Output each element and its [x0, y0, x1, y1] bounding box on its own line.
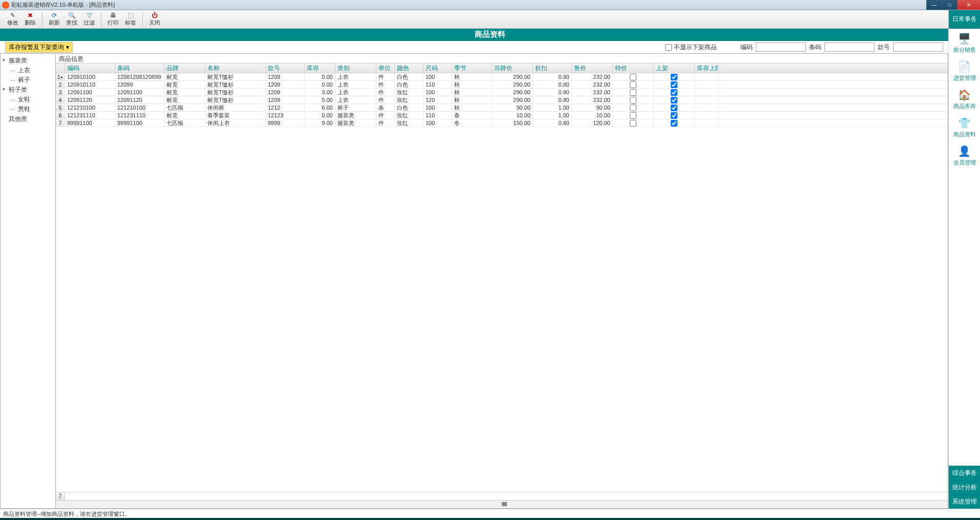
special-checkbox[interactable]	[630, 105, 636, 111]
cell-category[interactable]: 上衣	[335, 89, 376, 96]
hide-offshelf-checkbox[interactable]: 不显示下架商品	[665, 43, 717, 52]
onshelf-checkbox[interactable]	[671, 97, 677, 103]
tree-node-women-shoes[interactable]: 女鞋	[2, 95, 54, 105]
cell-code[interactable]: 120910110	[65, 81, 115, 88]
header-style[interactable]: 款号	[266, 64, 305, 73]
cell-code[interactable]: 120910100	[65, 73, 115, 80]
cell-color[interactable]: 玫红	[395, 96, 423, 103]
cell-unit[interactable]: 件	[376, 96, 395, 103]
header-tagprice[interactable]: 吊牌价	[492, 64, 533, 73]
cell-brand[interactable]: 耐克	[164, 96, 205, 103]
minimize-button[interactable]: —	[926, 0, 942, 10]
sidebar-item-pos[interactable]: 🖥️ 前台销售	[949, 29, 980, 57]
refresh-button[interactable]: ⟳刷新	[46, 12, 63, 27]
cell-onshelf[interactable]	[654, 89, 695, 96]
cell-name[interactable]: 耐克T恤衫	[205, 81, 266, 88]
grid-body[interactable]: 112091010012081208120899耐克耐克T恤衫12090.00上…	[56, 73, 948, 492]
cell-code[interactable]: 121231110	[65, 112, 115, 119]
cell-season[interactable]: 秋	[452, 104, 492, 111]
cell-onshelf[interactable]	[654, 81, 695, 88]
header-color[interactable]: 颜色	[395, 64, 423, 73]
cell-category[interactable]: 裤子	[335, 104, 376, 111]
header-special[interactable]: 特价	[613, 64, 654, 73]
cell-unit[interactable]: 件	[376, 112, 395, 119]
sidebar-item-product[interactable]: 👕 商品资料	[949, 113, 980, 141]
cell-brand[interactable]: 耐克	[164, 112, 205, 119]
cell-barcode[interactable]: 12099	[115, 81, 164, 88]
header-unit[interactable]: 单位	[376, 64, 395, 73]
filter-button[interactable]: ▽过滤	[80, 12, 98, 27]
table-row[interactable]: 112091010012081208120899耐克耐克T恤衫12090.00上…	[56, 73, 948, 81]
label-button[interactable]: ⬚标签	[122, 12, 139, 27]
header-price[interactable]: 售价	[572, 64, 613, 73]
sidebar-btn-integrated[interactable]: 综合事务	[949, 466, 980, 480]
cell-tagprice[interactable]: 150.00	[492, 119, 533, 127]
table-row[interactable]: 79999110099991100七匹狼休闲上衣99999.00服装类件玫红10…	[56, 119, 948, 127]
cell-category[interactable]: 服装类	[335, 119, 376, 127]
cell-barcode[interactable]: 12081208120899	[115, 73, 164, 80]
onshelf-checkbox[interactable]	[671, 89, 677, 96]
special-checkbox[interactable]	[630, 112, 636, 119]
header-onshelf[interactable]: 上架	[654, 64, 695, 73]
header-size[interactable]: 尺码	[423, 64, 452, 73]
cell-name[interactable]: 休闲上衣	[205, 119, 266, 127]
cell-price[interactable]: 232.00	[572, 73, 613, 80]
cell-special[interactable]	[613, 89, 654, 96]
cell-barcode[interactable]: 99991100	[115, 119, 164, 127]
special-checkbox[interactable]	[630, 74, 636, 80]
cell-stock[interactable]: 5.00	[305, 96, 335, 103]
cell-special[interactable]	[613, 96, 654, 103]
cell-onshelf[interactable]	[654, 104, 695, 111]
header-brand[interactable]: 品牌	[164, 64, 205, 73]
cell-tagprice[interactable]: 290.00	[492, 81, 533, 88]
special-checkbox[interactable]	[630, 97, 636, 103]
sidebar-btn-system[interactable]: 系统管理	[949, 494, 980, 509]
cell-name[interactable]: 春季套装	[205, 112, 266, 119]
tree-node-clothing[interactable]: 服装类	[2, 56, 54, 66]
cell-stockup[interactable]	[695, 73, 718, 80]
cell-price[interactable]: 10.00	[572, 112, 613, 119]
close-window-button[interactable]: ✕	[957, 0, 980, 10]
special-checkbox[interactable]	[630, 120, 636, 127]
cell-unit[interactable]: 件	[376, 73, 395, 80]
header-code[interactable]: 编码	[65, 64, 115, 73]
tree-node-other[interactable]: 其他类	[2, 114, 54, 124]
cell-color[interactable]: 玫红	[395, 119, 423, 127]
sidebar-item-member[interactable]: 👤 会员管理	[949, 141, 980, 170]
cell-stock[interactable]: 9.00	[305, 119, 335, 127]
sidebar-header-daily[interactable]: 日常事务	[949, 10, 980, 29]
cell-color[interactable]: 玫红	[395, 89, 423, 96]
table-row[interactable]: 6121231110121231110耐克春季套装121230.00服装类件玫红…	[56, 112, 948, 119]
cell-barcode[interactable]: 121231110	[115, 112, 164, 119]
cell-onshelf[interactable]	[654, 73, 695, 80]
cell-code[interactable]: 12091100	[65, 89, 115, 96]
cell-season[interactable]: 秋	[452, 81, 492, 88]
cell-style[interactable]: 1209	[266, 73, 305, 80]
table-row[interactable]: 41209112012091120耐克耐克T恤衫12095.00上衣件玫红120…	[56, 96, 948, 104]
cell-name[interactable]: 休闲裤	[205, 104, 266, 111]
print-button[interactable]: 🖶打印	[104, 12, 122, 27]
cell-unit[interactable]: 条	[376, 104, 395, 111]
cell-onshelf[interactable]	[654, 96, 695, 103]
cell-style[interactable]: 1212	[266, 104, 305, 111]
header-stockup[interactable]: 库存上限	[695, 64, 718, 73]
cell-brand[interactable]: 耐克	[164, 73, 205, 80]
header-barcode[interactable]: 条码	[115, 64, 164, 73]
cell-price[interactable]: 232.00	[572, 89, 613, 96]
onshelf-checkbox[interactable]	[671, 112, 677, 119]
cell-size[interactable]: 110	[423, 81, 452, 88]
cell-stock[interactable]: 0.00	[305, 73, 335, 80]
special-checkbox[interactable]	[630, 81, 636, 88]
cell-category[interactable]: 上衣	[335, 96, 376, 103]
barcode-filter-input[interactable]	[824, 43, 875, 52]
cell-price[interactable]: 120.00	[572, 119, 613, 127]
delete-button[interactable]: ✖删除	[22, 12, 39, 27]
cell-tagprice[interactable]: 290.00	[492, 89, 533, 96]
header-category[interactable]: 类别	[335, 64, 376, 73]
onshelf-checkbox[interactable]	[671, 105, 677, 111]
header-season[interactable]: 季节	[452, 64, 492, 73]
onshelf-checkbox[interactable]	[671, 74, 677, 80]
modify-button[interactable]: ✎修改	[4, 12, 22, 27]
cell-style[interactable]: 1209	[266, 96, 305, 103]
cell-name[interactable]: 耐克T恤衫	[205, 96, 266, 103]
